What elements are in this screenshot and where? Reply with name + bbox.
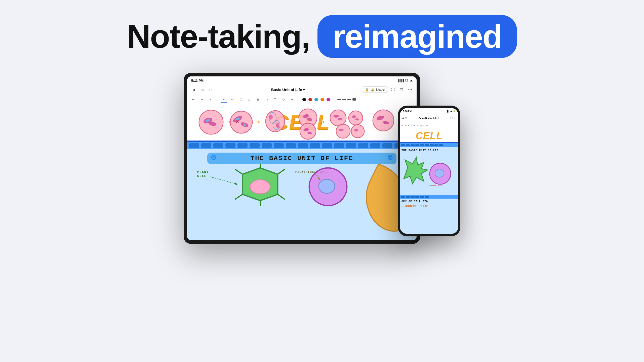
thick-line-option[interactable] xyxy=(347,99,351,100)
phone-toolbar[interactable]: ◀ ◻ Basic Unit of Life ▾ ⛶ ••• xyxy=(400,114,458,122)
svg-line-45 xyxy=(278,169,285,174)
blue-dot-3 xyxy=(213,143,223,148)
drawing-toolbar[interactable]: ↩ ↪ ⌖ ✒ ✏ ◻ ⌕ ❀ ▭ T ☺ ✦ xyxy=(187,95,417,104)
phone-cell-title: CELL xyxy=(416,130,442,141)
phone-note-icon[interactable]: ◻ xyxy=(405,117,407,119)
phone-drawing-bar[interactable]: ↩ ↪ ⌖ ✒ ✏ ◻ ⌕ ❀ xyxy=(400,122,458,129)
lasso-tool[interactable]: ⌖ xyxy=(207,97,213,103)
tablet-toolbar[interactable]: ◀ ⊞ ◻ Basic Unit of Life ▾ 🔒 🔒 Share ⛶ ❐… xyxy=(187,84,417,95)
phone-lasso[interactable]: ⌖ xyxy=(408,124,409,127)
note-bottom-section: 🌀 THE BASIC UNIT OF LIFE 🌀 PLANTCELL PRO… xyxy=(187,149,417,240)
phone-dot-6 xyxy=(425,144,429,146)
toolbar-separator-2 xyxy=(299,97,299,102)
phone-undo[interactable]: ↩ xyxy=(401,124,403,127)
blue-dot-12 xyxy=(322,143,332,148)
tablet-screen: 5:13 PM ▐▐▐ ☐ ☁ ◀ ⊞ ◻ Basic Unit of Life… xyxy=(187,76,417,240)
svg-point-30 xyxy=(355,118,359,120)
phone-dot-7 xyxy=(430,144,434,146)
blue-dot-9 xyxy=(286,143,296,148)
phone-expand-button[interactable]: ⛶ xyxy=(451,117,453,119)
phone-content: CELL THE BASI xyxy=(400,129,458,234)
thin-line-option[interactable] xyxy=(337,99,341,100)
phone-eraser-tool[interactable]: ◻ xyxy=(420,124,422,127)
svg-point-34 xyxy=(354,129,358,131)
phone-status-icons: ▐▐ ☁ 🔋 xyxy=(447,110,455,112)
copy-button[interactable]: ❐ xyxy=(398,86,405,93)
undo-tool[interactable]: ↩ xyxy=(190,97,196,103)
svg-point-21 xyxy=(300,123,316,139)
svg-text:EUKARYOTIC CELL: EUKARYOTIC CELL xyxy=(429,185,445,187)
toolbar-nav: ◀ ⊞ ◻ xyxy=(190,86,214,93)
color-black[interactable] xyxy=(302,98,306,101)
phone-search-tool[interactable]: ⌕ xyxy=(423,124,425,127)
phone-redo[interactable]: ↪ xyxy=(405,124,407,127)
toolbar-title: Basic Unit of Life ▾ xyxy=(216,87,360,92)
tablet-time: 5:13 PM xyxy=(191,79,204,82)
search-tool[interactable]: ⌕ xyxy=(246,97,252,103)
new-note-button[interactable]: ◻ xyxy=(207,86,214,93)
redo-tool[interactable]: ↪ xyxy=(199,97,205,103)
color-pink[interactable] xyxy=(327,98,330,101)
basic-unit-banner: 🌀 THE BASIC UNIT OF LIFE 🌀 xyxy=(207,153,396,164)
phone-shapes-tool[interactable]: ❀ xyxy=(426,124,428,127)
color-cyan[interactable] xyxy=(314,98,318,101)
share-button[interactable]: 🔒 🔒 Share xyxy=(362,86,388,93)
svg-line-43 xyxy=(235,169,243,174)
phone-dot-3 xyxy=(411,144,415,146)
image-tool[interactable]: ▭ xyxy=(263,97,269,103)
phone-pencil-tool[interactable]: ✏ xyxy=(417,124,419,127)
phone-pen-tool[interactable]: ✒ xyxy=(414,124,415,127)
color-orange[interactable] xyxy=(320,98,324,101)
phone-chevron-icon: ▾ xyxy=(438,117,439,119)
phone-time: 5:13 PM xyxy=(403,110,412,112)
back-button[interactable]: ◀ xyxy=(190,86,197,93)
svg-line-46 xyxy=(278,194,285,199)
phone-dot-2 xyxy=(406,144,410,146)
blue-dot-10 xyxy=(298,143,308,148)
blue-dot-14 xyxy=(346,143,356,148)
phone-dot-8 xyxy=(434,144,438,146)
svg-point-33 xyxy=(351,125,364,138)
grid-button[interactable]: ⊞ xyxy=(199,86,206,93)
svg-point-35 xyxy=(373,110,394,131)
headline-plain-text: Note-taking, xyxy=(127,18,310,55)
phone-dot-1 xyxy=(401,144,405,146)
cells-illustration-svg xyxy=(187,164,417,235)
line-thickness-options xyxy=(337,98,356,101)
phone-separator xyxy=(411,124,412,127)
svg-line-49 xyxy=(210,177,237,184)
blue-dot-4 xyxy=(225,143,235,148)
blue-dot-6 xyxy=(250,143,260,148)
lock-icon: 🔒 xyxy=(365,88,369,92)
color-red[interactable] xyxy=(308,98,312,101)
svg-point-27 xyxy=(338,118,342,120)
svg-line-44 xyxy=(235,194,243,199)
phone-back-button[interactable]: ◀ xyxy=(402,117,404,119)
chevron-down-icon: ▾ xyxy=(303,87,305,92)
more-button[interactable]: ••• xyxy=(407,86,414,93)
svg-point-32 xyxy=(339,129,344,131)
fullscreen-button[interactable]: ⛶ xyxy=(389,86,396,93)
share-label: 🔒 Share xyxy=(371,88,385,92)
text-tool[interactable]: T xyxy=(272,97,278,103)
emoji-tool[interactable]: ☺ xyxy=(280,97,287,103)
phone-cells-svg: EUKARYOTIC CELL xyxy=(400,155,458,195)
blue-dot-11 xyxy=(310,143,320,148)
eraser-tool[interactable]: ◻ xyxy=(238,97,244,103)
svg-point-28 xyxy=(349,111,363,125)
blue-dot-2 xyxy=(201,143,211,148)
laser-tool[interactable]: ✦ xyxy=(289,97,295,103)
svg-point-5 xyxy=(230,111,252,133)
blue-dot-16 xyxy=(370,143,380,148)
basic-unit-text: THE BASIC UNIT OF LIFE xyxy=(250,155,353,162)
thickest-line-option[interactable] xyxy=(352,98,356,101)
note-content: CELL ➜ xyxy=(187,104,417,240)
phone-robert-text: — ROBERT HOOKE xyxy=(401,205,428,208)
phone-more-button[interactable]: ••• xyxy=(454,117,456,119)
shapes-tool[interactable]: ❀ xyxy=(255,97,261,103)
medium-line-option[interactable] xyxy=(342,99,346,100)
phone-screen: 5:13 PM ▐▐ ☁ 🔋 ◀ ◻ Basic Unit of Life ▾ … xyxy=(400,108,458,234)
tablet-status-icons: ▐▐▐ ☐ ☁ xyxy=(397,79,413,82)
pencil-tool[interactable]: ✏ xyxy=(229,97,235,103)
pen-tool[interactable]: ✒ xyxy=(221,97,227,103)
